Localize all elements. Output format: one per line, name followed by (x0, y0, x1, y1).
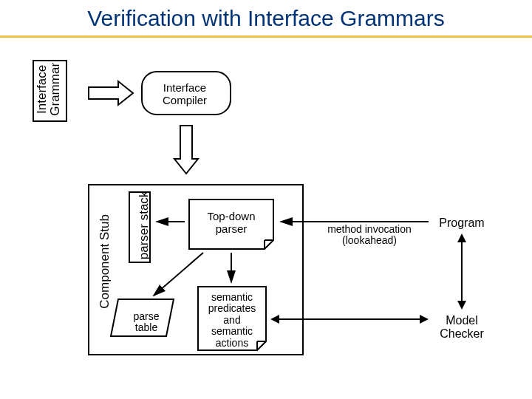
parser-stack-box (129, 192, 150, 262)
interface-grammar-box (33, 61, 66, 121)
semantic-predicates-box (198, 287, 266, 350)
diagram-svg (0, 0, 532, 399)
arrow-semantic-model-checker (270, 315, 429, 324)
interface-compiler-box (142, 72, 231, 115)
arrow-compiler-to-stub (174, 126, 198, 174)
component-stub-box (89, 185, 303, 355)
arrow-grammar-to-compiler (89, 81, 133, 105)
arrow-parser-to-table (154, 253, 203, 296)
top-down-parser-box (189, 200, 273, 249)
parse-table-box (111, 299, 174, 336)
arrow-program-model-checker (457, 233, 466, 310)
